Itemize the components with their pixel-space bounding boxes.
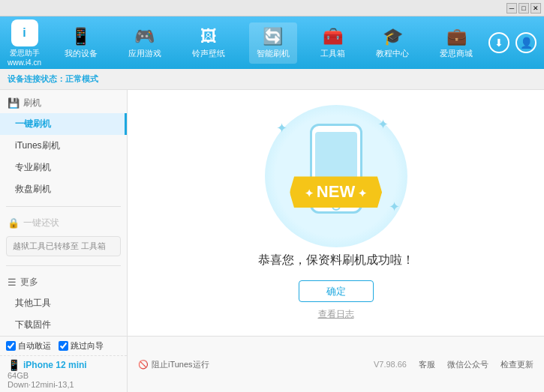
- header-right: ⬇ 👤: [488, 32, 536, 53]
- bottom-right: 🚫 阻止iTunes运行 V7.98.66 客服 微信公众号 检查更新: [128, 337, 544, 392]
- header: i 爱思助手 www.i4.cn 📱我的设备🎮应用游戏🖼铃声壁纸🔄智能刷机🧰工具…: [0, 16, 544, 69]
- nav-item-shop[interactable]: 💼爱思商城: [432, 22, 480, 64]
- check-update-link[interactable]: 检查更新: [500, 359, 533, 370]
- tutorial-icon: 🎓: [383, 27, 403, 46]
- auto-launch-checkbox[interactable]: 自动敢运: [6, 340, 51, 352]
- close-button[interactable]: ✕: [530, 3, 541, 13]
- sidebar-header-restore: 🔒 一键还状: [0, 213, 127, 233]
- flash-section-icon: 💾: [8, 97, 20, 109]
- footer-links: V7.98.66 客服 微信公众号 检查更新: [374, 359, 533, 370]
- customer-service-link[interactable]: 客服: [419, 359, 435, 370]
- sidebar-header-flash: 💾 刷机: [0, 93, 127, 113]
- itunes-icon: 🚫: [138, 360, 149, 370]
- apps-icon: 🎮: [134, 27, 155, 46]
- version-label: V7.98.66: [374, 360, 407, 369]
- device-name: iPhone 12 mini: [23, 360, 87, 370]
- nav-item-tutorial[interactable]: 🎓教程中心: [368, 22, 416, 64]
- main-content: NEW ✦ ✦ ✦ 恭喜您，保资料刷机成功啦！ 确定 查看日志: [128, 90, 544, 336]
- sparkle-1: ✦: [276, 120, 287, 136]
- nav-item-tools[interactable]: 🧰工具箱: [313, 22, 353, 64]
- bottom-bar: 自动敢运 跳过向导 📱 iPhone 12 mini 64GB Down·12m…: [0, 336, 544, 392]
- device-icon: 📱: [71, 27, 91, 46]
- restore-icon: 🔒: [8, 217, 20, 229]
- sidebar-section-flash: 💾 刷机 一键刷机 iTunes刷机 专业刷机 救盘刷机: [0, 90, 127, 203]
- skip-wizard-label: 跳过向导: [71, 340, 104, 352]
- shop-icon: 💼: [446, 27, 467, 46]
- sidebar-header-more: ☰ 更多: [0, 272, 127, 292]
- nav-item-smart[interactable]: 🔄智能刷机: [249, 22, 297, 64]
- wechat-link[interactable]: 微信公众号: [447, 359, 488, 370]
- device-storage: 64GB: [8, 371, 119, 380]
- sparkle-3: ✦: [389, 199, 400, 215]
- nav-bar: 📱我的设备🎮应用游戏🖼铃声壁纸🔄智能刷机🧰工具箱🎓教程中心💼爱思商城: [49, 22, 488, 64]
- success-message: 恭喜您，保资料刷机成功啦！: [258, 253, 414, 268]
- sidebar-header-flash-label: 刷机: [23, 97, 41, 109]
- nav-item-apps[interactable]: 🎮应用游戏: [121, 22, 169, 64]
- checkboxes-area: 自动敢运 跳过向导: [0, 337, 127, 356]
- info-box-jailbreak: 越狱工具已转移至 工具箱: [6, 236, 121, 256]
- sidebar-item-pro-flash[interactable]: 专业刷机: [0, 157, 127, 178]
- logo: i 爱思助手 www.i4.cn: [8, 19, 41, 67]
- minimize-button[interactable]: ─: [506, 3, 517, 13]
- sidebar-item-one-key-flash[interactable]: 一键刷机: [0, 113, 127, 135]
- status-value: 正常模式: [65, 74, 98, 83]
- skip-wizard-checkbox[interactable]: 跳过向导: [59, 340, 104, 352]
- skip-wizard-input[interactable]: [59, 341, 68, 351]
- maximize-button[interactable]: □: [518, 3, 529, 13]
- sidebar-item-download-firmware[interactable]: 下载固件: [0, 314, 127, 336]
- sidebar-header-restore-label: 一键还状: [23, 217, 59, 229]
- device-firmware: Down·12mini-13,1: [8, 380, 119, 389]
- window-controls[interactable]: ─ □ ✕: [506, 3, 541, 13]
- sidebar-item-other-tools[interactable]: 其他工具: [0, 292, 127, 314]
- logo-icon: i: [11, 19, 38, 46]
- tools-icon: 🧰: [323, 27, 343, 46]
- divider-2: [6, 265, 121, 266]
- auto-launch-input[interactable]: [6, 341, 16, 351]
- nav-item-device[interactable]: 📱我的设备: [57, 22, 105, 64]
- success-graphic: NEW ✦ ✦ ✦: [261, 105, 411, 238]
- user-button[interactable]: 👤: [515, 32, 536, 53]
- sidebar-header-more-label: 更多: [20, 276, 38, 289]
- logo-text: 爱思助手 www.i4.cn: [8, 48, 41, 67]
- sidebar-item-save-flash[interactable]: 救盘刷机: [0, 178, 127, 200]
- sidebar-section-restore: 🔒 一键还状 越狱工具已转移至 工具箱: [0, 210, 127, 262]
- device-info-area: 📱 iPhone 12 mini 64GB Down·12mini-13,1: [0, 356, 127, 392]
- status-bar: 设备连接状态：正常模式: [0, 69, 544, 90]
- wallpaper-icon: 🖼: [200, 27, 217, 46]
- new-ribbon: NEW: [290, 176, 382, 208]
- download-button[interactable]: ⬇: [488, 32, 509, 53]
- auto-launch-label: 自动敢运: [18, 340, 51, 352]
- confirm-button[interactable]: 确定: [299, 280, 374, 302]
- nav-item-wallpaper[interactable]: 🖼铃声壁纸: [185, 22, 233, 64]
- sidebar-item-itunes-flash[interactable]: iTunes刷机: [0, 135, 127, 157]
- bottom-left: 自动敢运 跳过向导 📱 iPhone 12 mini 64GB Down·12m…: [0, 337, 128, 392]
- more-icon: ☰: [8, 277, 17, 288]
- browse-log-link[interactable]: 查看日志: [318, 308, 354, 321]
- smart-icon: 🔄: [263, 27, 283, 46]
- itunes-status: 🚫 阻止iTunes运行: [138, 359, 209, 370]
- divider-1: [6, 206, 121, 207]
- sidebar: 💾 刷机 一键刷机 iTunes刷机 专业刷机 救盘刷机 🔒 一键还状 越狱工具…: [0, 90, 128, 336]
- sparkle-2: ✦: [377, 116, 389, 133]
- sidebar-section-more: ☰ 更多 其他工具 下载固件 高级功能: [0, 269, 127, 336]
- device-icon: 📱: [8, 359, 20, 371]
- title-bar: ─ □ ✕: [0, 0, 544, 16]
